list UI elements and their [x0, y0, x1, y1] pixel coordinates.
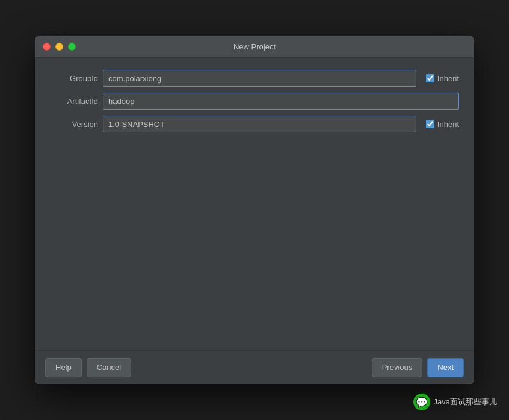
groupid-inherit-container: Inherit	[426, 74, 459, 83]
watermark-text: Java面试那些事儿	[434, 397, 497, 407]
window-title: New Project	[233, 42, 276, 51]
version-input[interactable]	[103, 116, 416, 132]
footer-right-buttons: Previous Next	[372, 358, 464, 377]
dialog-content: GroupId Inherit ArtifactId Version	[35, 58, 474, 350]
dialog-footer: Help Cancel Previous Next	[35, 350, 474, 384]
artifactid-label: ArtifactId	[50, 97, 98, 106]
version-inherit-checkbox[interactable]	[426, 120, 434, 128]
close-button[interactable]	[43, 43, 51, 51]
traffic-lights	[43, 43, 76, 51]
version-inherit-label: Inherit	[437, 120, 459, 129]
watermark-icon: 💬	[413, 394, 430, 410]
version-label: Version	[50, 120, 98, 129]
minimize-button[interactable]	[55, 43, 63, 51]
watermark: 💬 Java面试那些事儿	[413, 394, 497, 410]
new-project-dialog: New Project GroupId Inherit ArtifactId	[35, 36, 474, 384]
groupid-inherit-checkbox[interactable]	[426, 74, 434, 82]
previous-button[interactable]: Previous	[372, 358, 423, 377]
cancel-button[interactable]: Cancel	[87, 358, 131, 377]
version-inherit-container: Inherit	[426, 120, 459, 129]
maximize-button[interactable]	[68, 43, 76, 51]
form-section: GroupId Inherit ArtifactId Version	[50, 70, 459, 132]
groupid-row: GroupId Inherit	[50, 70, 459, 87]
footer-left-buttons: Help Cancel	[45, 358, 131, 377]
version-row: Version Inherit	[50, 116, 459, 132]
title-bar: New Project	[35, 36, 474, 58]
next-button[interactable]: Next	[427, 358, 464, 377]
help-button[interactable]: Help	[45, 358, 82, 377]
groupid-inherit-label: Inherit	[437, 74, 459, 83]
groupid-label: GroupId	[50, 74, 98, 83]
groupid-input[interactable]	[103, 70, 416, 87]
artifactid-input[interactable]	[103, 93, 459, 110]
artifactid-row: ArtifactId	[50, 93, 459, 110]
